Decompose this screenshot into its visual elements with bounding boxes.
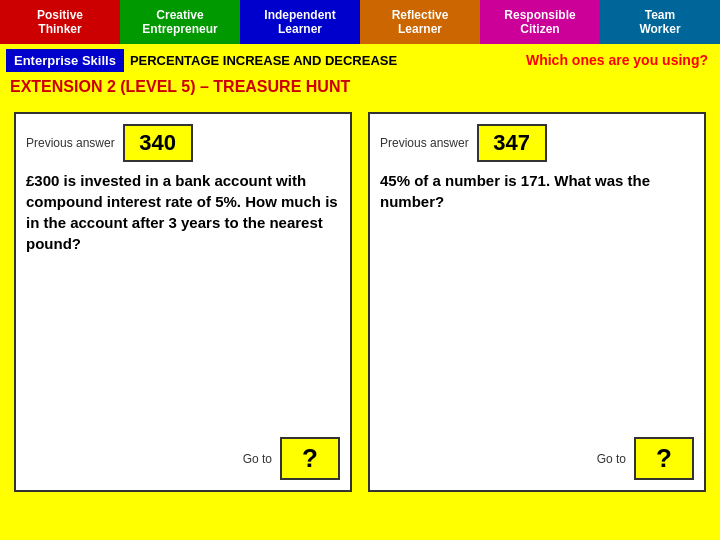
nav-label-creative: Creative Entrepreneur: [142, 8, 217, 37]
which-ones-label: Which ones are you using?: [520, 48, 714, 72]
prev-answer-label-2: Previous answer: [380, 136, 469, 150]
pct-increase-label: PERCENTAGE INCREASE AND DECREASE: [124, 49, 403, 72]
prev-answer-box-1: 340: [123, 124, 193, 162]
question-text-2: 45% of a number is 171. What was the num…: [380, 170, 694, 429]
go-to-row-1: Go to ?: [26, 437, 340, 480]
main-content: Previous answer 340 £300 is invested in …: [0, 102, 720, 502]
nav-label-reflective: Reflective Learner: [392, 8, 449, 37]
nav-reflective-learner[interactable]: Reflective Learner: [360, 0, 480, 44]
go-to-label-1: Go to: [243, 452, 272, 466]
nav-positive-thinker[interactable]: Positive Thinker: [0, 0, 120, 44]
nav-responsible-citizen[interactable]: Responsible Citizen: [480, 0, 600, 44]
go-to-label-2: Go to: [597, 452, 626, 466]
go-to-box-2[interactable]: ?: [634, 437, 694, 480]
card-2: Previous answer 347 45% of a number is 1…: [368, 112, 706, 492]
card-1: Previous answer 340 £300 is invested in …: [14, 112, 352, 492]
nav-team-worker[interactable]: Team Worker: [600, 0, 720, 44]
prev-answer-row-1: Previous answer 340: [26, 124, 340, 162]
nav-label-independent: Independent Learner: [264, 8, 335, 37]
go-to-row-2: Go to ?: [380, 437, 694, 480]
top-nav: Positive Thinker Creative Entrepreneur I…: [0, 0, 720, 44]
question-text-1: £300 is invested in a bank account with …: [26, 170, 340, 429]
extension-label: EXTENSION 2 (LEVEL 5) – TREASURE HUNT: [0, 74, 720, 102]
nav-label-team: Team Worker: [639, 8, 680, 37]
nav-label-responsible: Responsible Citizen: [504, 8, 575, 37]
nav-creative-entrepreneur[interactable]: Creative Entrepreneur: [120, 0, 240, 44]
nav-label-positive: Positive Thinker: [37, 8, 83, 37]
prev-answer-label-1: Previous answer: [26, 136, 115, 150]
enterprise-skills-label: Enterprise Skills: [6, 49, 124, 72]
prev-answer-row-2: Previous answer 347: [380, 124, 694, 162]
nav-independent-learner[interactable]: Independent Learner: [240, 0, 360, 44]
go-to-box-1[interactable]: ?: [280, 437, 340, 480]
prev-answer-box-2: 347: [477, 124, 547, 162]
